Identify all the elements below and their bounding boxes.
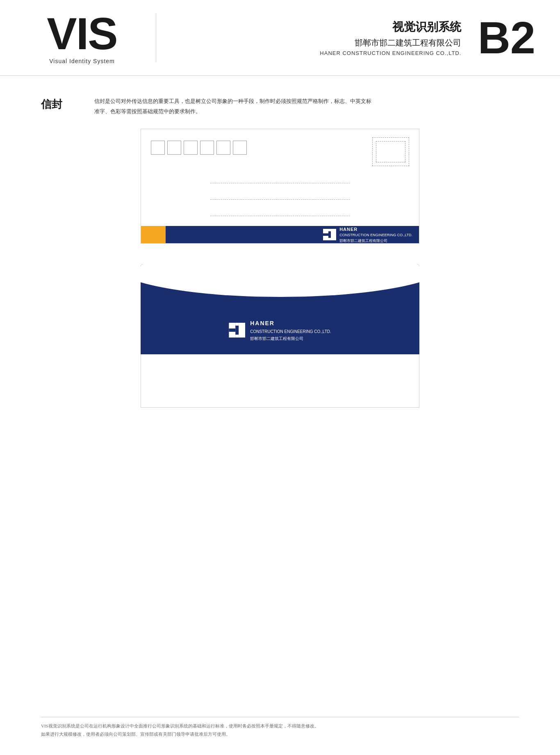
envelope-bottom-bar: HANER CONSTRUCTION ENGINEERING CO.,LTD. … [141,226,419,243]
header-divider [156,13,156,62]
company-title-cn: 视觉识别系统 [173,19,461,35]
postal-box-3 [184,141,198,155]
envelope-logo: HANER CONSTRUCTION ENGINEERING CO.,LTD. … [323,226,412,244]
company-name-en: HANER CONSTRUCTION ENGINEERING CO.,LTD. [173,50,461,56]
section-code: B2 [478,15,535,60]
svg-rect-1 [323,233,328,236]
postal-box-1 [151,141,165,155]
svg-rect-2 [331,229,336,240]
envelope-back-container: HANER CONSTRUCTION ENGINEERING CO.,LTD. … [141,264,419,408]
he-logo-icon [323,229,336,240]
envelope-back-flap: HANER CONSTRUCTION ENGINEERING CO.,LTD. … [141,264,419,354]
back-logo-area: HANER CONSTRUCTION ENGINEERING CO.,LTD. … [229,319,331,342]
postal-box-5 [216,141,230,155]
envelope-back-body [141,354,419,408]
main-content: 信封 信封是公司对外传达信息的重要工具，也是树立公司形象的一种手段，制作时必须按… [0,76,560,445]
svg-rect-3 [328,229,331,231]
address-line-2 [210,191,350,200]
vis-subtitle: Visual Identity System [49,58,114,64]
postal-code-boxes [151,141,409,155]
back-he-logo-icon [229,323,245,338]
page-header: VIS Visual Identity System 视觉识别系统 邯郸市邯二建… [0,0,560,76]
svg-rect-6 [229,328,235,332]
footer-line1: VIS视觉识别系统是公司在运行机构形象设计中全面推行公司形象识别系统的基础和运行… [41,722,519,730]
section-description: 信封是公司对外传达信息的重要工具，也是树立公司形象的一种手段，制作时必须按照规范… [94,96,373,116]
vis-logo: VIS [47,11,117,56]
back-logo-text: HANER CONSTRUCTION ENGINEERING CO.,LTD. … [250,319,331,342]
flap-curve [141,264,419,297]
envelope-front: HANER CONSTRUCTION ENGINEERING CO.,LTD. … [141,129,419,244]
svg-rect-4 [328,238,331,240]
envelope-logo-text: HANER CONSTRUCTION ENGINEERING CO.,LTD. … [339,226,412,244]
company-info: 视觉识别系统 邯郸市邯二建筑工程有限公司 HANER CONSTRUCTION … [173,19,469,56]
svg-rect-7 [239,323,245,338]
postal-box-4 [200,141,214,155]
back-company-name-cn: 邯郸市邯二建筑工程有限公司 [250,335,331,342]
page-footer: VIS视觉识别系统是公司在运行机构形象设计中全面推行公司形象识别系统的基础和运行… [41,717,519,739]
section-title: 信封 [41,96,82,112]
footer-text: VIS视觉识别系统是公司在运行机构形象设计中全面推行公司形象识别系统的基础和运行… [41,722,519,739]
orange-stripe [141,226,166,243]
vis-branding: VIS Visual Identity System [25,11,139,64]
svg-rect-8 [235,323,239,326]
postal-box-2 [167,141,181,155]
footer-line2: 如果进行大规模修改，使用者必须向公司策划部、宣传部或有关部门领导申请批准后方可使… [41,730,519,739]
company-name-cn: 邯郸市邯二建筑工程有限公司 [173,37,461,48]
address-lines [210,174,350,224]
postal-box-6 [233,141,247,155]
address-line-3 [210,207,350,216]
svg-rect-9 [235,335,239,338]
section-intro: 信封 信封是公司对外传达信息的重要工具，也是树立公司形象的一种手段，制作时必须按… [41,96,519,116]
stamp-inner [376,141,405,162]
address-line-1 [210,174,350,183]
stamp-area [372,137,409,166]
back-company-name-en2: CONSTRUCTION ENGINEERING CO.,LTD. [250,328,331,335]
back-company-name-en: HANER [250,319,331,328]
envelope-front-container: HANER CONSTRUCTION ENGINEERING CO.,LTD. … [141,129,419,244]
